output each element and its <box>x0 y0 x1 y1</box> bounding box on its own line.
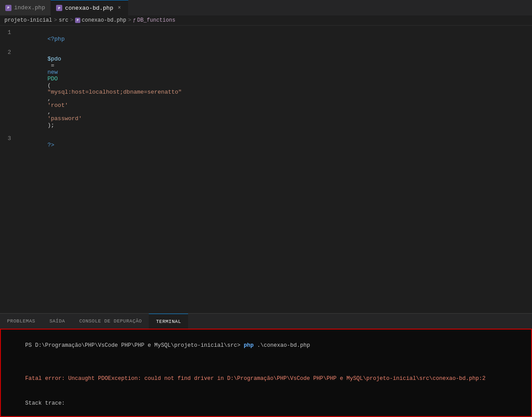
tab-conexao-bd-php[interactable]: P conexao-bd.php × <box>51 0 128 15</box>
connection-string: "mysql:host=localhost;dbname=serenatto" <box>47 89 181 95</box>
breadcrumb-file-group: P conexao-bd.php <box>75 17 126 23</box>
var-pdo: $pdo <box>47 56 61 62</box>
breadcrumb-file: conexao-bd.php <box>82 17 126 23</box>
php-icon: P <box>5 5 11 11</box>
new-keyword: new <box>47 69 61 76</box>
php-close-tag: ?> <box>47 142 54 148</box>
code-line-1: 1 <?php <box>0 29 532 49</box>
code-line-3: 3 ?> <box>0 135 532 155</box>
terminal-fatal-error: Fatal error: Uncaught PDOException: coul… <box>5 366 527 391</box>
tab-close-button[interactable]: × <box>116 5 123 11</box>
breadcrumb-src: src <box>59 17 68 23</box>
tab-problemas[interactable]: PROBLEMAS <box>0 314 42 329</box>
terminal-cmd: php <box>244 342 254 349</box>
terminal-stack-label-text: Stack trace: <box>25 400 65 406</box>
line-number-2: 2 <box>0 49 20 56</box>
breadcrumb-func-icon: ƒ <box>133 18 136 23</box>
terminal-area[interactable]: PS D:\Programação\PHP\VsCode PHP\PHP e M… <box>0 329 532 417</box>
tab-console-depuracao[interactable]: CONSOLE DE DEPURAÇÃO <box>72 314 149 329</box>
panel-tabs: PROBLEMAS SAÍDA CONSOLE DE DEPURAÇÃO TER… <box>0 313 532 329</box>
breadcrumb-sep-2: > <box>70 17 73 23</box>
line-content-1: <?php <box>20 29 525 49</box>
line-content-3: ?> <box>20 135 525 155</box>
terminal-error-text: Fatal error: Uncaught PDOException: coul… <box>25 375 486 382</box>
line-number-1: 1 <box>0 29 20 36</box>
tab-label-active: conexao-bd.php <box>65 5 113 11</box>
tab-terminal[interactable]: TERMINAL <box>149 314 188 329</box>
terminal-prompt-1: PS D:\Programação\PHP\VsCode PHP\PHP e M… <box>25 342 244 349</box>
paren-close: ); <box>47 122 54 129</box>
terminal-blank-1 <box>5 358 527 366</box>
breadcrumb-sep-3: > <box>128 17 131 23</box>
bottom-panel: PROBLEMAS SAÍDA CONSOLE DE DEPURAÇÃO TER… <box>0 313 532 417</box>
password-string: 'password' <box>47 115 82 122</box>
terminal-stack-trace-label: Stack trace: <box>5 391 527 416</box>
editor-content: 1 <?php 2 $pdo = new PDO ( "mysql:host=l… <box>0 26 532 313</box>
line-number-3: 3 <box>0 135 20 142</box>
terminal-cmd-args: .\conexao-bd.php <box>254 342 310 349</box>
comma-1: , <box>47 95 54 102</box>
root-string: 'root' <box>47 102 68 109</box>
tab-label: index.php <box>14 4 45 11</box>
breadcrumb-func-group: ƒ DB_functions <box>133 17 175 23</box>
php-open-tag: <?php <box>47 36 64 42</box>
breadcrumb-sep-1: > <box>54 17 57 23</box>
assign-op: = <box>47 62 57 69</box>
tab-bar: P index.php P conexao-bd.php × <box>0 0 532 15</box>
php-icon-active: P <box>56 5 62 11</box>
paren-open: ( <box>47 82 51 89</box>
breadcrumb-func: DB_functions <box>137 17 175 23</box>
code-line-2: 2 $pdo = new PDO ( "mysql:host=localhost… <box>0 49 532 135</box>
tab-saida[interactable]: SAÍDA <box>42 314 72 329</box>
comma-2: , <box>47 109 54 115</box>
breadcrumb-php-icon: P <box>75 18 80 23</box>
pdo-class: PDO <box>47 76 57 82</box>
breadcrumb-project: projeto-inicial <box>4 17 52 23</box>
editor-area: 1 <?php 2 $pdo = new PDO ( "mysql:host=l… <box>0 26 532 313</box>
tab-index-php[interactable]: P index.php <box>0 0 51 15</box>
terminal-command-line: PS D:\Programação\PHP\VsCode PHP\PHP e M… <box>5 333 527 358</box>
breadcrumb: projeto-inicial > src > P conexao-bd.php… <box>0 15 532 26</box>
line-content-2: $pdo = new PDO ( "mysql:host=localhost;d… <box>20 49 525 135</box>
